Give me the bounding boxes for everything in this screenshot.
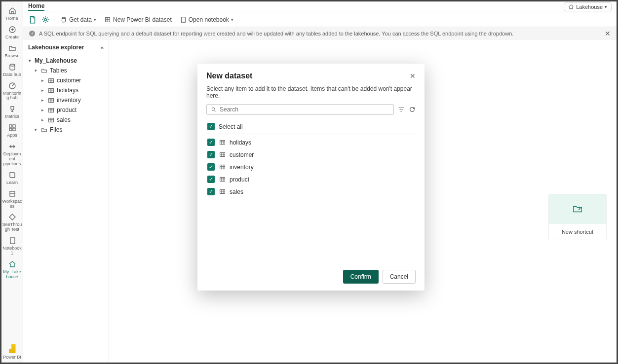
chevron-down-icon: ▾ [33, 68, 38, 73]
rail-item-create[interactable]: Create [1, 23, 23, 42]
checkbox-checked[interactable]: ✓ [207, 151, 215, 158]
svg-rect-16 [48, 108, 53, 112]
rail-item-metrics[interactable]: Metrics [1, 103, 23, 121]
rail-item-browse[interactable]: Browse [1, 42, 23, 61]
rail-label: Create [5, 35, 19, 40]
modal-item-list: ✓ Select all ✓holidays✓customer✓inventor… [206, 120, 416, 198]
search-input[interactable] [220, 106, 389, 113]
select-all-row[interactable]: ✓ Select all [206, 120, 416, 134]
checkbox-checked[interactable]: ✓ [207, 123, 215, 130]
new-dataset-button[interactable]: New Power BI dataset [102, 15, 174, 24]
table-icon [219, 139, 226, 146]
table-icon [47, 97, 54, 104]
view-switcher-label: Lakehouse [576, 4, 603, 10]
rail-item-workspaces[interactable]: Workspaces [1, 187, 23, 211]
checkbox-checked[interactable]: ✓ [207, 163, 215, 171]
modal-item-row[interactable]: ✓sales [206, 185, 416, 198]
rail-powerbi[interactable]: Power BI [1, 344, 23, 363]
svg-point-10 [62, 17, 66, 19]
modal-title: New dataset [206, 72, 252, 80]
rail-label: Power BI [3, 355, 21, 360]
table-icon [47, 77, 54, 84]
svg-rect-17 [48, 118, 53, 122]
tree-table-label: holidays [57, 87, 78, 94]
new-file-icon[interactable] [28, 15, 37, 24]
rail-item-monitoring[interactable]: Monitoring hub [1, 79, 23, 103]
tree-root[interactable]: ▾ My_Lakehouse [26, 56, 106, 66]
tree-table-item[interactable]: ▸customer [26, 75, 106, 85]
cancel-button[interactable]: Cancel [383, 270, 416, 284]
rail-item-notebook[interactable]: Notebook 1 [1, 234, 23, 258]
search-icon [211, 107, 217, 112]
table-icon [47, 117, 54, 123]
new-dataset-label: New Power BI dataset [113, 16, 172, 23]
chevron-down-icon: ▾ [33, 127, 38, 132]
confirm-button[interactable]: Confirm [343, 270, 379, 284]
banner-close-icon[interactable]: ✕ [605, 30, 611, 37]
tab-home[interactable]: Home [28, 2, 44, 11]
notebook-icon [8, 237, 16, 245]
rail-label: SeeThrough Test [2, 222, 22, 232]
tree-table-label: customer [57, 77, 81, 84]
table-icon [219, 164, 226, 170]
modal-item-row[interactable]: ✓product [206, 173, 416, 185]
modal-item-label: sales [230, 188, 243, 195]
close-icon[interactable]: ✕ [410, 72, 416, 80]
svg-rect-19 [220, 140, 225, 144]
folder-icon [40, 68, 47, 74]
rail-item-home[interactable]: Home [1, 4, 23, 23]
tree-table-item[interactable]: ▸product [26, 105, 106, 115]
collapse-panel-icon[interactable]: « [101, 44, 104, 50]
svg-rect-12 [181, 17, 185, 22]
checkbox-checked[interactable]: ✓ [207, 139, 215, 146]
workspace-icon [8, 190, 16, 198]
rail-label: Home [6, 16, 18, 21]
svg-rect-8 [10, 238, 15, 244]
apps-icon [8, 124, 16, 132]
page-header: Home Lakehouse ▾ [23, 1, 617, 12]
checkbox-checked[interactable]: ✓ [207, 176, 215, 183]
svg-rect-11 [106, 17, 110, 22]
tree-table-item[interactable]: ▸sales [26, 115, 106, 125]
pipeline-icon [8, 143, 16, 150]
svg-rect-15 [48, 98, 53, 102]
tree-files-node[interactable]: ▾ Files [26, 125, 106, 135]
tree-table-item[interactable]: ▸inventory [26, 95, 106, 105]
tree-table-item[interactable]: ▸holidays [26, 85, 106, 95]
rail-label: Data hub [3, 73, 21, 77]
modal-item-row[interactable]: ✓customer [206, 148, 416, 161]
get-data-label: Get data [69, 16, 92, 23]
checkbox-checked[interactable]: ✓ [207, 188, 215, 195]
tree-tables-node[interactable]: ▾ Tables [26, 66, 106, 75]
view-switcher[interactable]: Lakehouse ▾ [564, 2, 612, 11]
chevron-right-icon: ▸ [40, 88, 45, 93]
folder-icon [40, 127, 47, 133]
svg-rect-20 [220, 152, 225, 156]
toolbar: Get data ▾ New Power BI dataset Open not… [23, 12, 617, 27]
folder-shortcut-icon [572, 204, 583, 215]
info-banner: i A SQL endpoint for SQL querying and a … [23, 27, 617, 40]
chevron-right-icon: ▸ [40, 78, 45, 83]
left-nav-rail: Home Create Browse Data hub Monitoring h… [1, 1, 23, 363]
new-shortcut-card[interactable]: New shortcut [548, 194, 607, 240]
get-data-icon [60, 16, 67, 23]
rail-item-deploy[interactable]: Deployment pipelines [1, 140, 23, 169]
settings-icon[interactable] [41, 15, 50, 24]
rail-item-seethrough[interactable]: SeeThrough Test [1, 211, 23, 234]
modal-item-row[interactable]: ✓inventory [206, 161, 416, 173]
svg-rect-14 [48, 88, 53, 92]
rail-item-apps[interactable]: Apps [1, 121, 23, 140]
modal-item-label: holidays [230, 139, 251, 146]
refresh-icon[interactable] [409, 106, 416, 113]
open-notebook-button[interactable]: Open notebook ▾ [178, 15, 235, 24]
filter-icon[interactable] [398, 106, 405, 113]
folder-icon [8, 44, 16, 52]
rail-item-datahub[interactable]: Data hub [1, 61, 23, 79]
rail-label: Notebook 1 [2, 246, 22, 256]
get-data-button[interactable]: Get data ▾ [58, 15, 98, 24]
modal-item-row[interactable]: ✓holidays [206, 136, 416, 148]
diamond-icon [8, 213, 16, 221]
rail-item-mylakehouse[interactable]: My_Lakehouse [1, 258, 23, 282]
new-dataset-modal: New dataset ✕ Select any item to add it … [197, 64, 425, 291]
rail-item-learn[interactable]: Learn [1, 169, 23, 187]
